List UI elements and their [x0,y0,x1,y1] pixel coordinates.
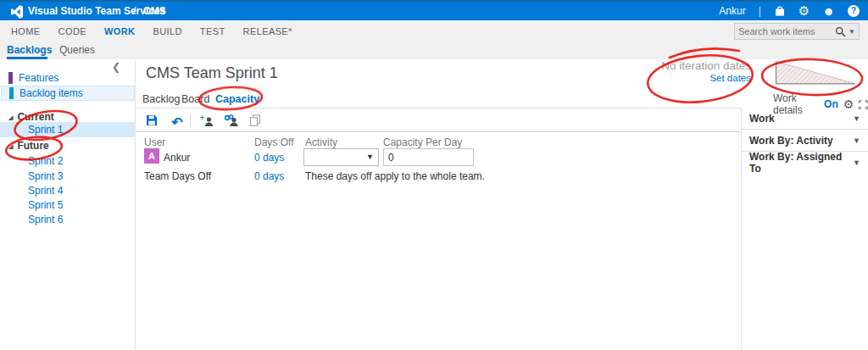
settings-gear-icon[interactable]: ⚙ [798,5,810,17]
sidebar-item-sprint2[interactable]: Sprint 2 [28,155,63,167]
tabs-divider [136,108,741,108]
top-bar-divider: | [759,5,761,17]
backlog-items-color-bar-icon [9,87,14,99]
save-disk-icon [146,114,158,126]
page-title: CMS Team Sprint 1 [146,64,278,82]
sidebar-item-sprint3[interactable]: Sprint 3 [28,170,63,182]
panel-section-work-by-assigned-to[interactable]: Work By: Assigned To▼ [742,152,868,174]
copy-capacity-button[interactable] [223,114,240,128]
column-header-activity: Activity [305,136,337,148]
undo-button[interactable]: ↶ [170,114,185,128]
tree-expanded-icon[interactable]: ◢ [8,143,13,149]
avatar: A [144,148,159,164]
tree-expanded-icon[interactable]: ◢ [8,114,13,120]
user-name-cell: Ankur [164,152,190,164]
search-input[interactable] [738,26,835,36]
no-iteration-dates-label: No iteration dates [661,59,751,72]
chevron-down-icon[interactable]: ▼ [366,153,374,161]
sidebar: ❮ Features Backlog items ◢Current Sprint… [0,59,136,350]
marketplace-bag-icon[interactable] [774,5,786,17]
tab-backlogs[interactable]: Backlogs [7,44,52,56]
days-off-link-team[interactable]: 0 days [254,170,284,182]
sidebar-item-label[interactable]: Features [19,72,58,84]
toolbar-divider [136,131,741,132]
tab-capacity[interactable]: Capacity [215,93,259,105]
features-color-bar-icon [8,72,13,84]
add-user-button[interactable]: + [198,114,215,128]
sidebar-item-sprint6[interactable]: Sprint 6 [28,214,63,225]
set-dates-link[interactable]: Set dates [709,73,751,83]
sidebar-item-label[interactable]: Backlog items [19,87,83,99]
panel-section-work-by-activity[interactable]: Work By: Activity▼ [742,130,868,152]
column-header-user: User [144,136,165,148]
sidebar-group-future[interactable]: ◢Future [8,140,49,152]
search-icon[interactable] [835,26,846,37]
user-menu[interactable]: Ankur [719,5,745,17]
days-off-link-user[interactable]: 0 days [254,152,284,164]
search-box[interactable]: ▼ [734,23,860,40]
sidebar-item-sprint4[interactable]: Sprint 4 [28,185,63,197]
sidebar-item-features[interactable]: Features [0,70,136,86]
sidebar-item-sprint5[interactable]: Sprint 5 [28,199,63,211]
add-user-icon: + [200,114,214,127]
svg-text:+: + [200,114,204,122]
activity-dropdown[interactable]: ▼ [303,148,379,166]
sidebar-item-backlog-items[interactable]: Backlog items [1,86,135,101]
tab-board[interactable]: Board [181,93,209,105]
sidebar-item-sprint1-selected-row[interactable]: Sprint 1 [0,122,136,137]
tab-queries[interactable]: Queries [59,44,95,56]
chevron-down-icon[interactable]: ▼ [853,158,860,167]
duplicate-pages-icon [249,114,261,126]
nav-item-code[interactable]: CODE [58,26,86,36]
sidebar-item-sprint1[interactable]: Sprint 1 [28,124,63,136]
nav-item-work[interactable]: WORK [104,26,135,36]
column-header-days-off: Days Off [254,136,293,148]
top-bar-right: Ankur | ⚙ ☻ ? [719,2,860,20]
nav-item-test[interactable]: TEST [200,26,225,36]
nav-item-home[interactable]: HOME [11,26,41,36]
ideal-burndown-sparkline[interactable] [775,60,857,86]
chevron-down-icon[interactable]: ▼ [853,136,860,145]
panel-section-work[interactable]: Work▼ [742,108,868,130]
hub-group-nav: HOME CODE WORK BUILD TEST RELEASE* ▼ [0,20,868,42]
nav-item-build[interactable]: BUILD [153,26,181,36]
hub-nav: Backlogs Queries [0,42,868,59]
team-days-off-label: Team Days Off [144,170,211,182]
copy-button-disabled[interactable] [248,114,263,128]
top-bar: Visual Studio Team Services / CMS Ankur … [0,0,868,20]
undo-icon: ↶ [171,115,182,130]
help-icon[interactable]: ? [848,5,860,17]
visual-studio-logo-icon[interactable] [10,5,24,19]
tab-backlog[interactable]: Backlog [142,93,180,105]
column-header-capacity-per-day: Capacity Per Day [383,136,462,148]
sidebar-group-current[interactable]: ◢Current [8,111,54,123]
save-button[interactable] [144,114,159,128]
feedback-smiley-icon[interactable]: ☻ [822,5,835,17]
nav-item-release[interactable]: RELEASE* [243,26,292,36]
capacity-per-day-input[interactable] [383,148,474,166]
team-days-off-note: These days off apply to the whole team. [305,170,485,182]
copy-capacity-icon [225,114,239,127]
breadcrumb-separator: / [133,5,136,17]
chevron-down-icon[interactable]: ▼ [853,114,860,123]
project-name[interactable]: CMS [143,5,166,17]
toolbar-separator [190,114,191,127]
search-scope-caret-icon[interactable]: ▼ [849,28,855,36]
vsts-capacity-page: Visual Studio Team Services / CMS Ankur … [0,0,868,350]
